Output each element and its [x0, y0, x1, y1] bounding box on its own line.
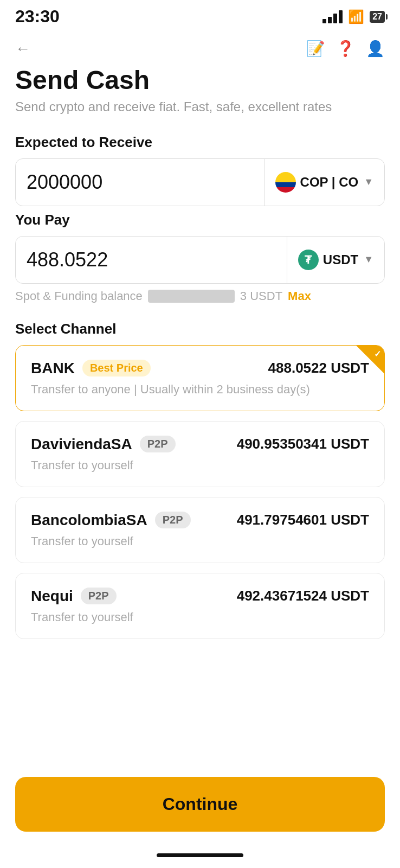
channel-desc-nequi: Transfer to yourself [31, 610, 369, 624]
page-title: Send Cash [15, 66, 385, 95]
usdt-icon: ₮ [298, 250, 319, 270]
home-indicator [157, 853, 243, 857]
channel-desc-bancolombia: Transfer to yourself [31, 534, 369, 548]
channel-tag-p2p-bancolombia: P2P [155, 512, 191, 528]
channel-name-nequi: Nequi [31, 588, 73, 605]
channel-item-bank[interactable]: ✓ BANK Best Price 488.0522 USDT Transfer… [15, 345, 385, 411]
status-bar: 23:30 📶 27 [0, 0, 400, 31]
page-subtitle: Send crypto and receive fiat. Fast, safe… [15, 99, 385, 114]
max-button[interactable]: Max [288, 289, 311, 303]
battery-icon: 27 [370, 11, 385, 23]
history-icon[interactable]: 📝 [306, 40, 325, 58]
channel-name-row-bank: BANK Best Price [31, 360, 151, 377]
nav-bar: ← 📝 ❓ 👤 [0, 31, 400, 66]
balance-prefix: Spot & Funding balance [15, 289, 143, 303]
channel-item-davivienda[interactable]: DaviviendaSA P2P 490.95350341 USDT Trans… [15, 421, 385, 487]
channel-item-bancolombia[interactable]: BancolombiaSA P2P 491.79754601 USDT Tran… [15, 497, 385, 563]
select-channel-label: Select Channel [15, 321, 385, 337]
nav-right: 📝 ❓ 👤 [306, 40, 385, 58]
channel-tag-p2p-davivienda: P2P [140, 436, 176, 452]
profile-icon[interactable]: 👤 [366, 40, 385, 58]
channel-name-bancolombia: BancolombiaSA [31, 512, 147, 529]
currency-selector-usdt[interactable]: ₮ USDT ▼ [287, 237, 384, 283]
channel-top-davivienda: DaviviendaSA P2P 490.95350341 USDT [31, 436, 369, 453]
status-time: 23:30 [15, 7, 60, 27]
expected-receive-input[interactable] [16, 159, 264, 206]
status-icons: 📶 27 [322, 9, 385, 24]
expected-receive-label: Expected to Receive [15, 134, 385, 151]
channel-desc-davivienda: Transfer to yourself [31, 458, 369, 473]
balance-blur [148, 290, 235, 303]
you-pay-label: You Pay [15, 212, 385, 228]
chevron-down-icon: ▼ [364, 176, 373, 188]
channel-name-davivienda: DaviviendaSA [31, 436, 132, 453]
continue-button[interactable]: Continue [15, 777, 385, 832]
channel-name-row-davivienda: DaviviendaSA P2P [31, 436, 176, 453]
currency-selector-cop[interactable]: COP | CO ▼ [264, 159, 384, 206]
channel-item-nequi[interactable]: Nequi P2P 492.43671524 USDT Transfer to … [15, 573, 385, 639]
colombia-flag-icon [275, 172, 296, 193]
channel-name-row-nequi: Nequi P2P [31, 588, 117, 605]
chevron-down-usdt-icon: ▼ [364, 254, 373, 265]
channel-amount-nequi: 492.43671524 USDT [237, 588, 369, 604]
channel-name-bank: BANK [31, 360, 75, 377]
nav-left: ← [15, 40, 30, 58]
channel-name-row-bancolombia: BancolombiaSA P2P [31, 512, 191, 529]
page-content: Send Cash Send crypto and receive fiat. … [0, 66, 400, 777]
wifi-icon: 📶 [348, 9, 364, 24]
channel-tag-p2p-nequi: P2P [81, 588, 117, 604]
channel-desc-bank: Transfer to anyone | Usually within 2 bu… [31, 382, 369, 397]
channel-amount-bancolombia: 491.79754601 USDT [237, 512, 369, 528]
balance-suffix: 3 USDT [240, 289, 282, 303]
signal-icon [322, 10, 343, 23]
channel-amount-davivienda: 490.95350341 USDT [237, 436, 369, 452]
balance-row: Spot & Funding balance 3 USDT Max [15, 289, 385, 303]
checkmark-icon: ✓ [374, 349, 381, 359]
back-button[interactable]: ← [15, 40, 30, 58]
channel-tag-best: Best Price [82, 360, 151, 376]
channel-top-bank: BANK Best Price 488.0522 USDT [31, 360, 369, 377]
channel-list: ✓ BANK Best Price 488.0522 USDT Transfer… [15, 345, 385, 649]
channel-top-nequi: Nequi P2P 492.43671524 USDT [31, 588, 369, 605]
channel-top-bancolombia: BancolombiaSA P2P 491.79754601 USDT [31, 512, 369, 529]
channel-amount-bank: 488.0522 USDT [268, 360, 369, 376]
you-pay-input[interactable] [16, 237, 287, 283]
expected-receive-input-row: COP | CO ▼ [15, 158, 385, 206]
currency-label-cop: COP | CO [300, 175, 359, 190]
currency-label-usdt: USDT [323, 252, 358, 267]
help-icon[interactable]: ❓ [336, 40, 355, 58]
you-pay-input-row: ₮ USDT ▼ [15, 236, 385, 284]
